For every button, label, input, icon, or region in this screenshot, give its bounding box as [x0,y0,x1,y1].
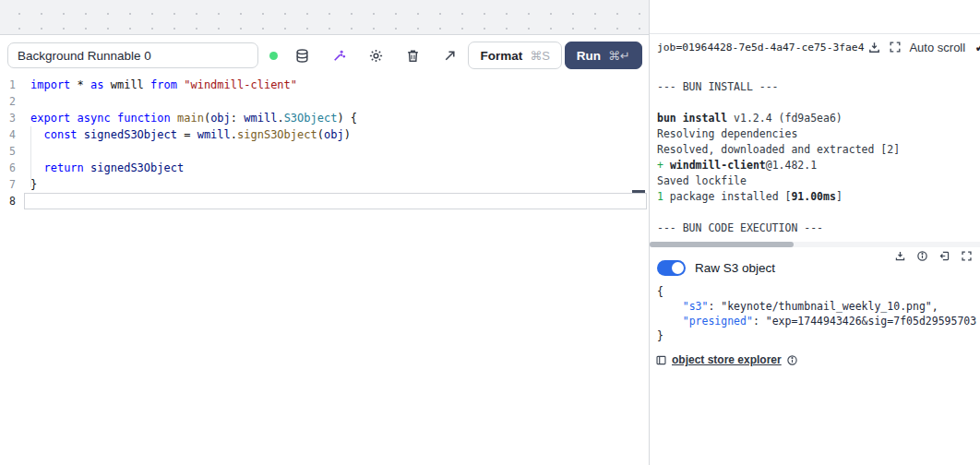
code-line[interactable] [24,143,647,160]
log-line: Saved lockfile [657,173,980,189]
ai-wand-icon[interactable] [328,44,350,66]
object-store-explorer-link[interactable]: object store explorer [672,353,782,366]
windmill-app-editor: { "colors": { "run_button": "#3c4a6e", "… [0,0,980,465]
download-icon[interactable] [867,41,881,54]
auto-scroll-label: Auto scroll [909,41,965,54]
result-toolbar [894,250,973,262]
line-number: 8 [0,193,24,209]
panel-top-spacer [650,0,980,34]
raw-s3-toggle[interactable] [657,260,686,276]
line-number: 3 [0,110,24,126]
json-lines: { "s3": "keynote/thumbnail_weekly_10.png… [650,284,980,343]
result-section: Raw S3 object { "s3": "keynote/thumbnail… [650,247,980,366]
editor-toolbar: Format ⌘S Run ⌘↵ [0,35,650,74]
settings-gear-icon[interactable] [365,44,387,66]
raw-s3-toggle-label: Raw S3 object [695,261,775,275]
database-icon[interactable] [291,44,313,66]
format-shortcut: ⌘S [530,49,550,63]
log-line: --- BUN INSTALL --- [657,79,980,95]
expand-icon[interactable] [438,44,460,66]
panel-icon [655,354,667,366]
log-line [657,95,980,111]
format-button-label: Format [480,49,522,63]
code-line[interactable] [24,193,647,209]
code-line[interactable]: return signedS3Object [24,160,647,176]
line-number: 2 [0,93,24,110]
log-line [657,205,980,221]
saved-status-dot [269,52,278,60]
json-line: "presigned": "exp=1744943426&sig=7f05d29… [657,314,980,328]
overview-ruler-cursor-mark [632,190,645,193]
info-icon[interactable] [786,354,798,366]
log-line: + windmill-client@1.482.1 [657,158,980,173]
app-canvas-grid [0,0,650,34]
line-number: 4 [0,126,24,143]
line-number: 6 [0,160,24,176]
code-gutter: 12345678 [0,77,24,209]
code-editor[interactable]: 12345678 import * as wmill from "windmil… [0,77,650,209]
runnable-editor-card: Format ⌘S Run ⌘↵ 12345678 import * as wm… [0,34,650,465]
code-line[interactable]: const signedS3Object = wmill.signS3Objec… [24,126,647,143]
run-button[interactable]: Run ⌘↵ [565,42,642,69]
runnable-name-input[interactable] [7,42,258,68]
log-lines[interactable]: --- BUN INSTALL ---bun install v1.2.4 (f… [650,58,980,236]
log-line [657,64,980,79]
log-line: Resolving dependencies [657,126,980,142]
job-header-row: job=01964428-7e5d-4a47-ce75-3fae4 Auto s… [650,34,980,58]
run-output-panel: job=01964428-7e5d-4a47-ce75-3fae4 Auto s… [649,0,980,465]
indent-guide [30,126,31,187]
fullscreen-icon[interactable] [889,41,902,54]
run-button-label: Run [577,49,601,63]
info-icon[interactable] [916,250,928,262]
trash-icon[interactable] [401,44,424,66]
line-number: 1 [0,77,24,93]
fullscreen-icon[interactable] [961,250,973,262]
json-line: "s3": "keynote/thumbnail_weekly_10.png", [657,299,980,314]
json-line: { [657,284,980,299]
code-line[interactable]: } [24,176,647,193]
open-in-panel-icon[interactable] [938,250,950,262]
code-line[interactable]: import * as wmill from "windmill-client" [24,77,647,93]
run-shortcut: ⌘↵ [608,49,630,63]
code-lines[interactable]: import * as wmill from "windmill-client"… [24,77,647,209]
log-line: Resolved, downloaded and extracted [2] [657,142,980,158]
auto-scroll-check-icon[interactable]: ✓ [974,40,980,54]
download-icon[interactable] [894,250,906,262]
code-line[interactable] [24,93,647,110]
log-line: bun install v1.2.4 (fd9a5ea6) [657,111,980,126]
job-id: job=01964428-7e5d-4a47-ce75-3fae4 [657,42,864,54]
format-button[interactable]: Format ⌘S [468,42,561,69]
object-store-explorer-row: object store explorer [650,343,980,366]
log-line: --- BUN CODE EXECUTION --- [657,221,980,236]
log-line: 1 package installed [91.00ms] [657,189,980,205]
json-line: } [657,328,980,343]
code-line[interactable]: export async function main(obj: wmill.S3… [24,110,647,126]
line-number: 7 [0,176,24,193]
line-number: 5 [0,143,24,160]
toggle-knob [672,262,684,274]
